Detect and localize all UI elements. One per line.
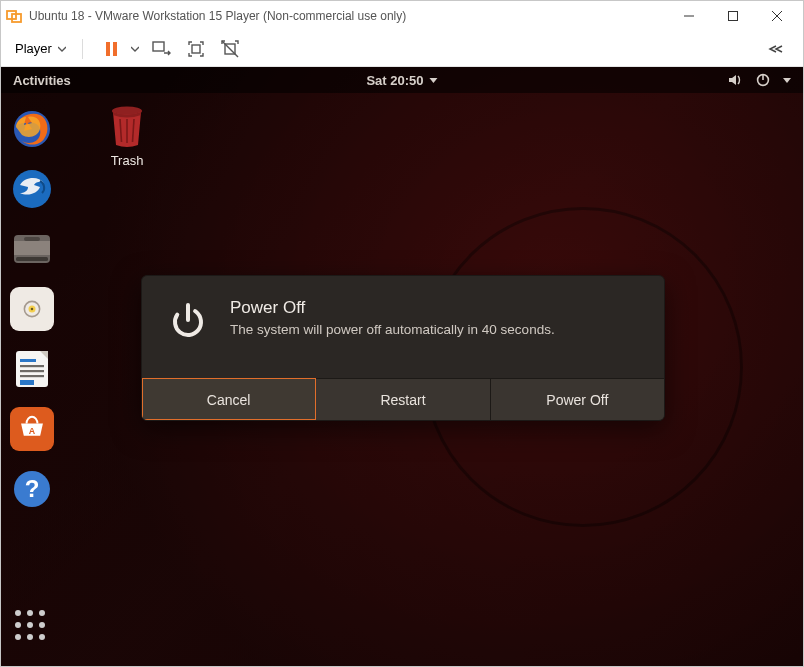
vmware-toolbar: Player: [1, 31, 803, 67]
desktop-trash[interactable]: Trash: [107, 105, 147, 168]
dock-help[interactable]: ?: [10, 467, 54, 511]
svg-rect-3: [729, 12, 738, 21]
svg-point-20: [31, 308, 34, 311]
dock-firefox[interactable]: [10, 107, 54, 151]
topbar-status-area[interactable]: [727, 72, 791, 88]
chevron-down-icon: [430, 78, 438, 83]
svg-rect-26: [20, 380, 34, 385]
gnome-dock: A ?: [1, 93, 63, 666]
activities-button[interactable]: Activities: [13, 73, 71, 88]
toolbar-send-ctrl-alt-del-button[interactable]: [151, 38, 173, 60]
svg-rect-7: [192, 45, 200, 53]
power-icon: [755, 72, 771, 88]
ubuntu-desktop: Activities Sat 20:50: [1, 67, 803, 666]
svg-rect-6: [153, 42, 164, 51]
minimize-button[interactable]: [667, 1, 711, 31]
vmware-titlebar: Ubuntu 18 - VMware Workstation 15 Player…: [1, 1, 803, 31]
dock-ubuntu-software[interactable]: A: [10, 407, 54, 451]
svg-rect-15: [14, 241, 50, 255]
chevron-down-icon[interactable]: [131, 45, 139, 53]
dialog-message: The system will power off automatically …: [230, 322, 555, 337]
chevron-down-icon: [58, 45, 66, 53]
vmware-app-icon: [5, 7, 23, 25]
trash-label: Trash: [111, 153, 144, 168]
dialog-title: Power Off: [230, 298, 555, 318]
dock-libreoffice-writer[interactable]: [10, 347, 54, 391]
toolbar-unity-button[interactable]: [219, 38, 241, 60]
gnome-topbar: Activities Sat 20:50: [1, 67, 803, 93]
dock-thunderbird[interactable]: [10, 167, 54, 211]
svg-rect-17: [16, 257, 48, 261]
svg-rect-24: [20, 370, 44, 372]
svg-rect-16: [24, 237, 40, 241]
toolbar-fullscreen-button[interactable]: [185, 38, 207, 60]
svg-rect-23: [20, 365, 44, 367]
svg-text:?: ?: [25, 475, 40, 502]
vmware-window: Ubuntu 18 - VMware Workstation 15 Player…: [0, 0, 804, 667]
clock-text: Sat 20:50: [366, 73, 423, 88]
show-applications-button[interactable]: [15, 610, 45, 640]
dock-files[interactable]: [10, 227, 54, 271]
toolbar-collapse-button[interactable]: [765, 38, 787, 60]
maximize-button[interactable]: [711, 1, 755, 31]
vmware-title: Ubuntu 18 - VMware Workstation 15 Player…: [29, 9, 667, 23]
close-button[interactable]: [755, 1, 799, 31]
toolbar-pause-button[interactable]: [101, 38, 123, 60]
cancel-button[interactable]: Cancel: [142, 378, 316, 420]
svg-rect-22: [20, 359, 36, 362]
svg-rect-25: [20, 375, 44, 377]
poweroff-dialog: Power Off The system will power off auto…: [141, 275, 665, 421]
volume-icon: [727, 72, 743, 88]
restart-button[interactable]: Restart: [316, 378, 490, 420]
chevron-down-icon: [783, 78, 791, 83]
window-controls: [667, 1, 799, 31]
pause-icon: [106, 42, 117, 56]
power-icon: [166, 298, 210, 342]
player-menu-label: Player: [15, 41, 52, 56]
dock-rhythmbox[interactable]: [10, 287, 54, 331]
topbar-clock[interactable]: Sat 20:50: [366, 73, 437, 88]
trash-icon: [107, 105, 147, 149]
poweroff-button[interactable]: Power Off: [491, 378, 664, 420]
svg-text:A: A: [29, 426, 36, 436]
player-menu[interactable]: Player: [11, 39, 70, 58]
